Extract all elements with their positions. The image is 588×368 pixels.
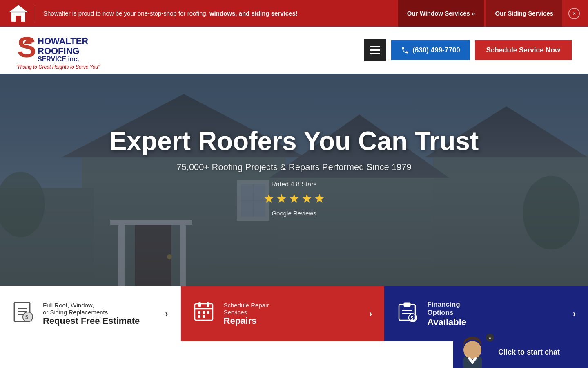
financing-line3: Available xyxy=(427,317,564,328)
hamburger-menu-button[interactable] xyxy=(364,39,386,61)
star-4: ★ xyxy=(301,191,312,206)
hero-title: Expert Roofers You Can Trust xyxy=(109,127,479,155)
svg-rect-43 xyxy=(198,315,200,318)
hero-subtitle: 75,000+ Roofing Projects & Repairs Perfo… xyxy=(176,162,411,173)
svg-rect-39 xyxy=(207,302,209,307)
svg-text:S: S xyxy=(17,31,36,63)
repairs-line3: Repairs xyxy=(224,316,361,326)
hamburger-line-3 xyxy=(370,53,380,54)
window-services-button[interactable]: Our Window Services » xyxy=(398,0,484,27)
google-reviews-link[interactable]: Google Reviews xyxy=(272,210,316,217)
svg-rect-3 xyxy=(11,11,25,13)
financing-arrow: › xyxy=(573,309,576,319)
repairs-line1: Schedule Repair xyxy=(224,302,361,309)
estimate-arrow: › xyxy=(165,309,168,319)
financing-icon: $ xyxy=(396,301,419,327)
banner-buttons: Our Window Services » Our Siding Service… xyxy=(398,0,580,27)
chat-close-button[interactable]: × xyxy=(486,334,494,341)
estimate-card[interactable]: $ Full Roof, Window, or Siding Replaceme… xyxy=(0,286,181,341)
svg-rect-42 xyxy=(207,311,209,314)
star-1: ★ xyxy=(263,191,274,206)
svg-text:$: $ xyxy=(25,314,29,320)
svg-point-4 xyxy=(21,18,22,19)
svg-rect-40 xyxy=(198,311,200,314)
chat-widget[interactable]: × Click to start chat xyxy=(453,336,588,341)
banner-link[interactable]: windows, and siding services! xyxy=(209,10,298,17)
repairs-icon xyxy=(193,301,216,327)
svg-text:ROOFING: ROOFING xyxy=(38,45,80,56)
siding-services-button[interactable]: Our Siding Services xyxy=(486,0,562,27)
star-2: ★ xyxy=(276,191,287,206)
repairs-text: Schedule Repair Services Repairs xyxy=(224,302,361,326)
top-banner: Showalter is proud to now be your one-st… xyxy=(0,0,588,27)
estimate-line1: Full Roof, Window, xyxy=(43,302,157,309)
estimate-text: Full Roof, Window, or Siding Replacement… xyxy=(43,302,157,326)
star-5: ★ xyxy=(314,191,325,206)
repairs-arrow: › xyxy=(369,309,372,319)
estimate-line3: Request Free Estimate xyxy=(43,316,157,326)
financing-line1: Financing xyxy=(427,301,564,309)
svg-rect-2 xyxy=(16,16,21,22)
svg-text:$: $ xyxy=(411,315,414,321)
hamburger-line-1 xyxy=(370,46,380,47)
estimate-line2: or Siding Replacements xyxy=(43,309,157,316)
estimate-icon: $ xyxy=(12,301,35,327)
svg-marker-1 xyxy=(9,5,28,12)
repairs-line2: Services xyxy=(224,309,361,316)
financing-text: Financing Options Available xyxy=(427,301,564,328)
company-logo[interactable]: S HOWALTER ROOFING SERVICE inc. xyxy=(16,31,135,63)
close-banner-button[interactable]: × xyxy=(568,8,580,19)
svg-text:SERVICE inc.: SERVICE inc. xyxy=(38,55,79,62)
svg-text:HOWALTER: HOWALTER xyxy=(38,36,88,46)
repairs-card[interactable]: Schedule Repair Services Repairs › xyxy=(181,286,385,341)
svg-rect-46 xyxy=(404,303,410,307)
banner-divider xyxy=(35,5,35,22)
banner-text: Showalter is proud to now be your one-st… xyxy=(43,10,398,17)
house-icon xyxy=(8,4,29,22)
chat-avatar: × xyxy=(457,334,494,341)
header: S HOWALTER ROOFING SERVICE inc. "Rising … xyxy=(0,27,588,74)
svg-rect-38 xyxy=(198,302,201,307)
hero-section: Expert Roofers You Can Trust 75,000+ Roo… xyxy=(0,74,588,286)
phone-button[interactable]: (630) 499-7700 xyxy=(391,40,470,60)
svg-rect-41 xyxy=(203,311,205,314)
rating-label: Rated 4.8 Stars xyxy=(271,181,316,188)
star-3: ★ xyxy=(289,191,300,206)
tagline: "Rising to Great Heights to Serve You" xyxy=(16,64,135,70)
financing-line2: Options xyxy=(427,309,564,317)
header-right: (630) 499-7700 Schedule Service Now xyxy=(364,39,572,61)
chat-person-avatar xyxy=(457,334,488,341)
schedule-button[interactable]: Schedule Service Now xyxy=(475,40,572,60)
star-rating: ★ ★ ★ ★ ★ xyxy=(263,191,325,206)
hero-content: Expert Roofers You Can Trust 75,000+ Roo… xyxy=(0,74,588,286)
financing-card[interactable]: $ Financing Options Available › xyxy=(384,286,588,341)
phone-number: (630) 499-7700 xyxy=(412,46,460,54)
bottom-cards: $ Full Roof, Window, or Siding Replaceme… xyxy=(0,286,588,341)
svg-rect-44 xyxy=(203,315,205,318)
hamburger-line-2 xyxy=(370,49,380,51)
logo-area: S HOWALTER ROOFING SERVICE inc. "Rising … xyxy=(16,31,135,70)
phone-icon xyxy=(401,46,409,54)
